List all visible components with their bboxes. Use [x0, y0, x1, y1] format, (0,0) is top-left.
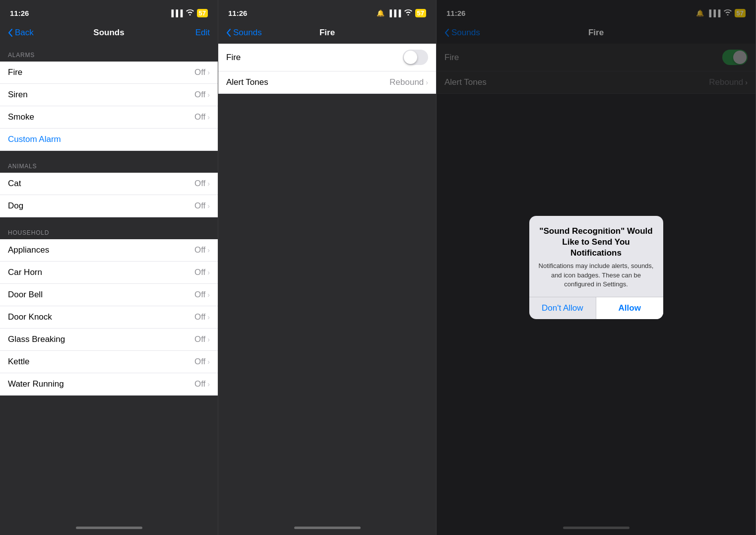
list-item-cat[interactable]: Cat Off ›	[0, 173, 218, 195]
fire-value: Off	[194, 67, 205, 77]
allow-button[interactable]: Allow	[596, 297, 663, 319]
item-label-car-horn: Car Horn	[8, 268, 42, 277]
siren-chevron: ›	[207, 91, 210, 99]
status-time-1: 11:26	[10, 9, 29, 17]
fire-toggle-label: Fire	[226, 53, 241, 63]
back-label-1: Back	[15, 28, 34, 38]
item-right-door-knock: Off ›	[194, 312, 210, 322]
dont-allow-button[interactable]: Don't Allow	[529, 297, 596, 319]
item-label-fire: Fire	[8, 67, 22, 77]
alert-tones-chevron-2: ›	[426, 78, 428, 86]
list-item-dog[interactable]: Dog Off ›	[0, 195, 218, 217]
toggle-thumb-2	[404, 51, 417, 64]
list-item-fire[interactable]: Fire Off ›	[0, 62, 218, 84]
battery-badge-1: 57	[197, 9, 208, 17]
edit-button-1[interactable]: Edit	[195, 28, 210, 38]
item-label-dog: Dog	[8, 201, 23, 211]
water-running-value: Off	[194, 379, 205, 389]
home-indicator-2	[294, 527, 361, 529]
smoke-chevron: ›	[207, 113, 210, 121]
item-right-kettle: Off ›	[194, 357, 210, 367]
appliances-value: Off	[194, 245, 205, 255]
item-right-door-bell: Off ›	[194, 290, 210, 300]
item-label-cat: Cat	[8, 179, 21, 189]
list-item-glass-breaking[interactable]: Glass Breaking Off ›	[0, 329, 218, 351]
item-label-custom-alarm: Custom Alarm	[8, 134, 61, 144]
item-label-water-running: Water Running	[8, 379, 64, 389]
list-item-kettle[interactable]: Kettle Off ›	[0, 351, 218, 373]
alert-tones-value-2: Rebound	[389, 77, 424, 87]
back-label-2: Sounds	[233, 28, 262, 38]
item-right-cat: Off ›	[194, 179, 210, 189]
alert-content: "Sound Recognition" Would Like to Send Y…	[529, 216, 663, 297]
panel1-content: ALARMS Fire Off › Siren Off › Smoke Off …	[0, 44, 218, 523]
item-right-smoke: Off ›	[194, 112, 210, 122]
dog-value: Off	[194, 201, 205, 211]
glass-breaking-value: Off	[194, 334, 205, 344]
item-right-glass-breaking: Off ›	[194, 334, 210, 344]
panel-fire-on-alert: 11:26 🔔 ▐▐▐ 57 Sounds Fire Fire	[437, 0, 756, 535]
kettle-chevron: ›	[207, 358, 210, 366]
door-bell-value: Off	[194, 290, 205, 300]
alert-title: "Sound Recognition" Would Like to Send Y…	[537, 226, 655, 259]
wifi-icon-1	[186, 9, 194, 17]
signal-icon-2: ▐▐▐	[387, 9, 401, 17]
back-button-2[interactable]: Sounds	[226, 28, 262, 38]
item-right-car-horn: Off ›	[194, 268, 210, 277]
smoke-value: Off	[194, 112, 205, 122]
status-icons-1: ▐▐▐ 57	[169, 9, 208, 17]
alert-tones-label-2: Alert Tones	[226, 77, 268, 87]
item-right-fire: Off ›	[194, 67, 210, 77]
status-bar-1: 11:26 ▐▐▐ 57	[0, 0, 218, 22]
cat-chevron: ›	[207, 180, 210, 188]
status-bar-2: 11:26 🔔 ▐▐▐ 57	[218, 0, 436, 22]
car-horn-chevron: ›	[207, 268, 210, 276]
list-item-water-running[interactable]: Water Running Off ›	[0, 373, 218, 396]
cat-value: Off	[194, 179, 205, 189]
door-knock-value: Off	[194, 312, 205, 322]
home-indicator-1	[76, 527, 142, 529]
list-item-fire-toggle[interactable]: Fire	[218, 44, 436, 71]
bell-icon-2: 🔔	[377, 9, 384, 17]
list-item-alert-tones-2[interactable]: Alert Tones Rebound ›	[218, 71, 436, 94]
panel-sounds-list: 11:26 ▐▐▐ 57 Back Sounds Edit ALARMS Fir…	[0, 0, 218, 535]
status-icons-2: 🔔 ▐▐▐ 57	[377, 9, 426, 17]
alert-dialog: "Sound Recognition" Would Like to Send Y…	[529, 216, 663, 319]
panel2-content: Fire Alert Tones Rebound ›	[218, 44, 436, 523]
fire-toggle-switch[interactable]	[403, 50, 428, 65]
back-button-1[interactable]: Back	[8, 28, 34, 38]
nav-bar-2: Sounds Fire	[218, 22, 436, 44]
appliances-chevron: ›	[207, 246, 210, 254]
section-alarms: ALARMS	[0, 44, 218, 62]
list-item-custom-alarm[interactable]: Custom Alarm	[0, 129, 218, 151]
status-time-2: 11:26	[228, 9, 247, 17]
list-item-siren[interactable]: Siren Off ›	[0, 84, 218, 106]
door-knock-chevron: ›	[207, 313, 210, 321]
alert-tones-right-2: Rebound ›	[389, 77, 428, 87]
nav-bar-1: Back Sounds Edit	[0, 22, 218, 44]
door-bell-chevron: ›	[207, 291, 210, 299]
alert-overlay: "Sound Recognition" Would Like to Send Y…	[437, 0, 756, 535]
item-right-appliances: Off ›	[194, 245, 210, 255]
item-label-door-bell: Door Bell	[8, 290, 43, 300]
item-label-glass-breaking: Glass Breaking	[8, 334, 65, 344]
item-label-appliances: Appliances	[8, 245, 49, 255]
item-right-dog: Off ›	[194, 201, 210, 211]
list-item-door-knock[interactable]: Door Knock Off ›	[0, 306, 218, 329]
car-horn-value: Off	[194, 268, 205, 277]
fire-chevron: ›	[207, 68, 210, 76]
list-item-appliances[interactable]: Appliances Off ›	[0, 239, 218, 262]
item-label-kettle: Kettle	[8, 357, 29, 367]
list-item-door-bell[interactable]: Door Bell Off ›	[0, 284, 218, 306]
list-item-smoke[interactable]: Smoke Off ›	[0, 106, 218, 129]
list-item-car-horn[interactable]: Car Horn Off ›	[0, 262, 218, 284]
battery-badge-2: 57	[415, 9, 426, 17]
alert-message: Notifications may include alerts, sounds…	[537, 262, 655, 289]
panel-fire-off: 11:26 🔔 ▐▐▐ 57 Sounds Fire Fire	[218, 0, 437, 535]
water-running-chevron: ›	[207, 380, 210, 388]
wifi-icon-2	[404, 9, 412, 17]
glass-breaking-chevron: ›	[207, 335, 210, 343]
alert-buttons: Don't Allow Allow	[529, 297, 663, 319]
dog-chevron: ›	[207, 202, 210, 210]
kettle-value: Off	[194, 357, 205, 367]
